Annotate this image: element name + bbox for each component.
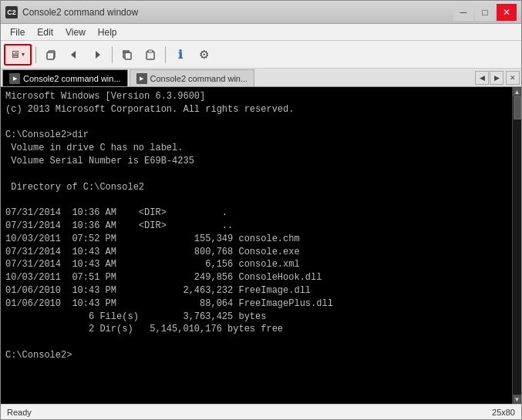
status-bar: Ready 25x80 bbox=[1, 404, 521, 419]
terminal-scrollbar: ▲ ▼ bbox=[512, 87, 521, 404]
menu-view[interactable]: View bbox=[59, 24, 92, 40]
tab-1-icon: ▶ bbox=[9, 73, 20, 84]
toolbar-sep-3 bbox=[165, 46, 166, 63]
minimize-button[interactable]: ─ bbox=[453, 4, 473, 21]
dimensions-text: 25x80 bbox=[492, 408, 515, 417]
toolbar-sep-1 bbox=[35, 46, 36, 63]
new-console-button[interactable]: 🖥 ▼ bbox=[4, 44, 32, 66]
scrollbar-up-button[interactable]: ▲ bbox=[513, 87, 521, 96]
arrow-right-icon bbox=[92, 49, 103, 60]
settings-button[interactable]: ⚙ bbox=[193, 44, 214, 66]
maximize-button[interactable]: □ bbox=[475, 4, 495, 21]
duplicate-icon bbox=[45, 49, 57, 61]
tab-2[interactable]: ▶ Console2 command win... bbox=[130, 69, 255, 86]
paste-button[interactable] bbox=[140, 44, 161, 66]
settings-icon: ⚙ bbox=[199, 48, 209, 62]
menu-edit[interactable]: Edit bbox=[31, 24, 59, 40]
title-bar-left: C2 Console2 command window bbox=[5, 6, 138, 18]
tab-next-button[interactable]: ▶ bbox=[490, 71, 503, 85]
svg-rect-7 bbox=[148, 50, 153, 52]
title-bar: C2 Console2 command window ─ □ ✕ bbox=[1, 1, 521, 24]
tab-bar: ▶ Console2 command win... ▶ Console2 com… bbox=[1, 69, 521, 87]
scrollbar-track bbox=[513, 96, 521, 395]
tab-navigation: ◀ ▶ ✕ bbox=[475, 71, 520, 86]
menu-file[interactable]: File bbox=[4, 24, 31, 40]
toolbar: 🖥 ▼ bbox=[1, 41, 521, 69]
copy-button[interactable] bbox=[116, 44, 138, 66]
tab-2-icon: ▶ bbox=[136, 73, 147, 84]
main-window: C2 Console2 command window ─ □ ✕ File Ed… bbox=[0, 0, 522, 420]
arrow-left-icon bbox=[69, 49, 79, 60]
menu-help[interactable]: Help bbox=[92, 24, 123, 40]
close-button[interactable]: ✕ bbox=[497, 4, 517, 21]
paste-icon bbox=[144, 49, 157, 61]
svg-marker-2 bbox=[96, 51, 100, 59]
monitor-icon: 🖥 bbox=[10, 49, 20, 60]
duplicate-tab-button[interactable] bbox=[40, 44, 62, 66]
window-title: Console2 command window bbox=[22, 7, 138, 18]
menu-bar: File Edit View Help bbox=[1, 24, 521, 41]
terminal-wrapper: Microsoft Windows [Version 6.3.9600] (c)… bbox=[1, 87, 521, 404]
tab-1-label: Console2 command win... bbox=[23, 74, 121, 83]
app-icon: C2 bbox=[5, 6, 18, 18]
svg-rect-0 bbox=[47, 52, 54, 59]
terminal[interactable]: Microsoft Windows [Version 6.3.9600] (c)… bbox=[1, 87, 512, 404]
svg-rect-3 bbox=[125, 52, 131, 59]
tab-prev-button[interactable]: ◀ bbox=[475, 71, 489, 85]
tab-close-button[interactable]: ✕ bbox=[506, 71, 520, 85]
scrollbar-thumb[interactable] bbox=[514, 96, 521, 119]
info-button[interactable]: ℹ bbox=[170, 44, 191, 66]
scrollbar-down-button[interactable]: ▼ bbox=[513, 395, 521, 404]
tab-1[interactable]: ▶ Console2 command win... bbox=[2, 69, 128, 86]
toolbar-sep-2 bbox=[112, 46, 113, 63]
dropdown-arrow-icon: ▼ bbox=[21, 52, 26, 57]
svg-marker-1 bbox=[71, 51, 76, 59]
tab-2-label: Console2 command win... bbox=[150, 74, 248, 83]
info-icon: ℹ bbox=[178, 48, 183, 62]
title-bar-controls: ─ □ ✕ bbox=[453, 4, 517, 21]
content-area: Microsoft Windows [Version 6.3.9600] (c)… bbox=[1, 87, 521, 404]
move-left-button[interactable] bbox=[63, 44, 85, 66]
move-right-button[interactable] bbox=[86, 44, 108, 66]
copy-icon bbox=[121, 49, 133, 61]
status-text: Ready bbox=[7, 408, 32, 417]
